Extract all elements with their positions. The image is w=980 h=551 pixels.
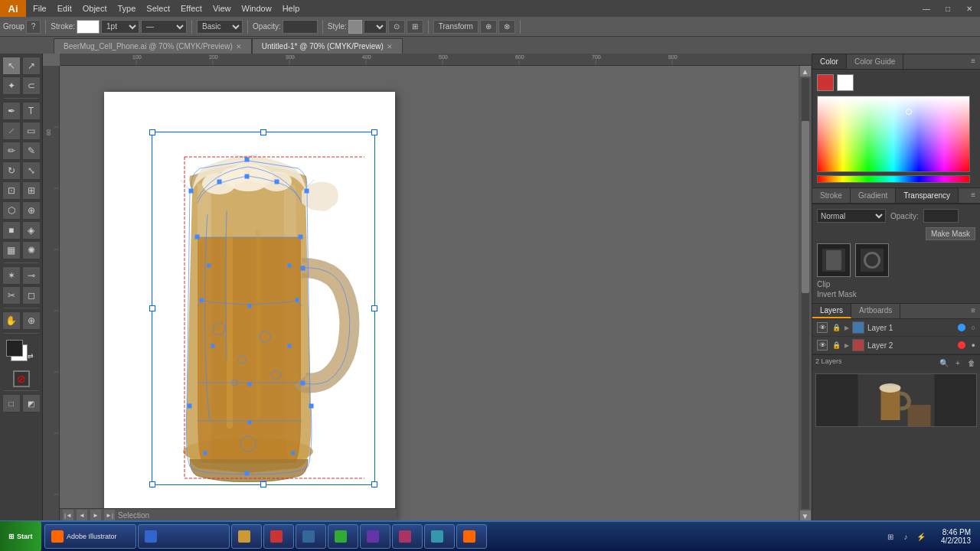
color-guide-tab[interactable]: Color Guide [847,54,903,69]
gradient-tool[interactable]: ■ [2,221,21,240]
find-layer-button[interactable]: 🔍 [939,357,949,368]
perspective-tool[interactable]: ⬡ [2,201,21,220]
artboard-nav-next[interactable]: ► [90,510,101,520]
group-options-button[interactable]: ? [26,20,41,34]
color-picker-gradient[interactable] [817,96,970,172]
handle-bottom-center[interactable] [260,481,266,487]
type-tool[interactable]: T [22,102,41,120]
rectangle-tool[interactable]: ▭ [22,122,41,140]
maximize-button[interactable]: □ [937,0,959,17]
taskbar-clock[interactable]: 8:46 PM 4/2/2013 [932,528,980,545]
start-button[interactable]: ⊞ Start [0,521,41,551]
artboards-tab[interactable]: Artboards [851,304,900,318]
fg-color-swatch[interactable] [6,340,23,357]
layer-2-item[interactable]: 👁 🔒 ▶ Layer 2 ● [812,337,980,354]
layer-1-options[interactable]: ○ [972,324,975,331]
artwork[interactable] [135,115,372,482]
layer-2-visibility[interactable]: 👁 [817,340,828,350]
new-layer-button[interactable]: + [952,357,963,368]
pen-tool[interactable]: ✒ [2,102,21,120]
fill-mode-button[interactable]: ◩ [22,394,41,412]
pencil-tool[interactable]: ✎ [22,142,41,160]
artboard-nav-end[interactable]: ►| [104,510,115,520]
tray-icon-sound[interactable]: ♪ [900,530,912,543]
transform-extra-button[interactable]: ⊗ [498,20,515,34]
mask-thumbnail[interactable] [817,243,851,277]
shape-builder-tool[interactable]: ⊞ [22,181,41,200]
style-swatch[interactable] [348,20,362,34]
tray-icon-battery[interactable]: ⚡ [915,530,927,543]
color-hue-slider[interactable] [817,175,970,183]
rotate-tool[interactable]: ↻ [2,161,21,180]
tab-close-1[interactable]: ✕ [387,43,393,51]
color-panel-menu[interactable]: ≡ [966,54,980,69]
handle-top-right[interactable] [371,129,377,135]
tab-1[interactable]: Untitled-1* @ 70% (CMYK/Preview) ✕ [252,38,403,54]
transform-options-button[interactable]: ⊕ [480,20,497,34]
menu-type[interactable]: Type [113,2,142,15]
taskbar-item-3[interactable] [263,524,294,549]
minimize-button[interactable]: — [916,0,937,17]
close-button[interactable]: ✕ [959,0,980,17]
style-select[interactable] [364,20,387,34]
stroke-width-select[interactable]: 1pt2pt3pt [101,20,139,34]
make-mask-button[interactable]: Make Mask [926,227,975,240]
measure-tool[interactable]: ⊸ [22,266,41,285]
lasso-tool[interactable]: ⊂ [22,77,41,95]
menu-help[interactable]: Help [277,2,305,15]
menu-view[interactable]: View [207,2,237,15]
taskbar-item-5[interactable] [328,524,358,549]
taskbar-item-9[interactable] [456,524,487,549]
menu-object[interactable]: Object [77,2,113,15]
free-transform-tool[interactable]: ⊡ [2,181,21,200]
artboard-nav-start[interactable]: |◄ [63,510,74,520]
zoom-tool[interactable]: ⊕ [22,311,41,330]
opacity-value-input[interactable]: 100% [923,209,959,223]
transform-button[interactable]: Transform [433,20,479,34]
taskbar-item-4[interactable] [296,524,326,549]
taskbar-item-8[interactable] [424,524,455,549]
tab-0[interactable]: BeerMug_Cell_Phone.ai @ 70% (CMYK/Previe… [54,38,252,54]
color-foreground-swatch[interactable] [817,74,834,91]
layer-2-options[interactable]: ● [972,341,975,349]
icon-effects-button[interactable]: ⊙ [388,20,405,34]
stroke-style-select[interactable]: — [141,20,187,34]
blend-mode-dropdown[interactable]: Normal [817,209,886,223]
paintbrush-tool[interactable]: ✏ [2,142,21,160]
scroll-down-button[interactable]: ▼ [800,510,811,521]
warp-tool[interactable]: ⤡ [22,161,41,180]
layer-2-expand[interactable]: ▶ [844,342,849,349]
icon-align-button[interactable]: ⊞ [407,20,423,34]
line-tool[interactable]: ⟋ [2,122,21,140]
transparency-tab[interactable]: Transparency [896,188,959,203]
blend-tool[interactable]: ◈ [22,221,41,240]
scissors-tool[interactable]: ✂ [2,286,21,305]
stroke-color-swatch[interactable] [77,20,100,34]
layer-1-item[interactable]: 👁 🔒 ▶ Layer 1 ○ [812,319,980,337]
scroll-up-button[interactable]: ▲ [800,66,811,77]
swap-colors-icon[interactable]: ⇄ [28,352,34,360]
stroke-tab[interactable]: Stroke [812,188,851,203]
menu-file[interactable]: File [28,2,52,15]
selection-tool[interactable]: ↖ [2,57,21,75]
mask-icon[interactable] [855,243,889,277]
layers-panel-menu[interactable]: ≡ [966,304,980,318]
menu-window[interactable]: Window [237,2,277,15]
handle-bottom-right[interactable] [371,481,377,487]
layers-tab[interactable]: Layers [812,304,851,318]
layer-1-lock[interactable]: 🔒 [831,322,841,333]
vertical-scrollbar-thumb[interactable] [802,121,809,293]
direct-selection-tool[interactable]: ↗ [22,57,41,75]
opacity-input[interactable]: 100% [283,20,318,34]
transparency-panel-menu[interactable]: ≡ [966,188,980,203]
taskbar-item-0[interactable]: Adobe Illustrator [44,524,136,549]
symbol-sprayer-tool[interactable]: ✺ [22,241,41,259]
mesh-tool[interactable]: ⊕ [22,201,41,220]
delete-layer-button[interactable]: 🗑 [966,357,977,368]
menu-effect[interactable]: Effect [175,2,207,15]
layer-1-visibility[interactable]: 👁 [817,322,828,333]
taskbar-item-6[interactable] [360,524,390,549]
magic-wand-tool[interactable]: ✦ [2,77,21,95]
screen-mode-button[interactable]: □ [2,394,21,412]
taskbar-item-1[interactable] [138,524,230,549]
